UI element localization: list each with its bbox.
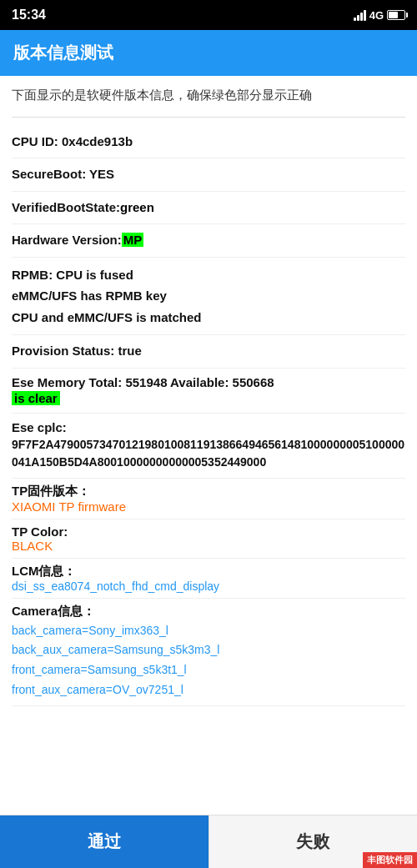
camera-label: Camera信息： xyxy=(12,604,405,620)
rpmb-row: RPMB: CPU is fused eMMC/UFS has RPMB key… xyxy=(12,258,405,336)
signal-icon xyxy=(354,10,366,21)
camera-line4: front_aux_camera=OV_ov7251_l xyxy=(12,680,405,700)
rpmb-line3: CPU and eMMC/UFS is matched xyxy=(12,307,405,329)
camera-values: back_camera=Sony_imx363_l back_aux_camer… xyxy=(12,621,405,700)
camera-line1: back_camera=Sony_imx363_l xyxy=(12,621,405,641)
intro-text: 下面显示的是软硬件版本信息，确保绿色部分显示正确 xyxy=(12,86,405,105)
hardware-version-label: Hardware Version: xyxy=(12,233,122,247)
camera-line2: back_aux_camera=Samsung_s5k3m3_l xyxy=(12,640,405,660)
provision-label: Provision Status: true xyxy=(12,344,142,358)
verified-boot-label: VerifiedBootState: xyxy=(12,200,120,214)
status-icons: 4G xyxy=(354,9,405,22)
rpmb-line2: eMMC/UFS has RPMB key xyxy=(12,285,405,307)
verified-boot-value: green xyxy=(120,200,154,214)
ese-mem-label: Ese Memory Total: 551948 Available: 5506… xyxy=(12,375,405,389)
cpu-id-label: CPU ID: 0x4cde913b xyxy=(12,134,133,148)
bottom-bar: 通过 失败 丰图软件园 xyxy=(0,815,417,868)
network-type: 4G xyxy=(369,9,384,22)
pass-button[interactable]: 通过 xyxy=(0,815,208,868)
fail-label: 失败 xyxy=(296,832,329,850)
watermark: 丰图软件园 xyxy=(363,852,417,868)
hardware-version-value: MP xyxy=(122,233,144,247)
content-area: 下面显示的是软硬件版本信息，确保绿色部分显示正确 CPU ID: 0x4cde9… xyxy=(0,76,417,860)
fail-button[interactable]: 失败 丰图软件园 xyxy=(208,815,418,868)
camera-line3: front_camera=Samsung_s5k3t1_l xyxy=(12,660,405,680)
app-title: 版本信息测试 xyxy=(13,43,113,62)
ese-cplc-value: 9F7F2A4790057347012198010081191386649465… xyxy=(12,436,405,471)
ese-mem-value: is clear xyxy=(12,391,60,405)
status-bar: 15:34 4G xyxy=(0,0,417,30)
lcm-value: dsi_ss_ea8074_notch_fhd_cmd_display xyxy=(12,580,405,593)
tp-firmware-value: XIAOMI TP firmware xyxy=(12,499,405,514)
battery-icon xyxy=(387,10,405,20)
provision-row: Provision Status: true xyxy=(12,335,405,369)
tp-firmware-section: TP固件版本： XIAOMI TP firmware xyxy=(12,479,405,519)
divider-1 xyxy=(12,117,405,118)
lcm-section: LCM信息： dsi_ss_ea8074_notch_fhd_cmd_displ… xyxy=(12,559,405,599)
secure-boot-label: SecureBoot: YES xyxy=(12,167,114,181)
hardware-version-row: Hardware Version:MP xyxy=(12,224,405,258)
camera-section: Camera信息： back_camera=Sony_imx363_l back… xyxy=(12,599,405,706)
secure-boot-row: SecureBoot: YES xyxy=(12,158,405,192)
app-header: 版本信息测试 xyxy=(0,30,417,76)
tp-color-value: BLACK xyxy=(12,539,405,553)
tp-color-label: TP Color: xyxy=(12,524,405,539)
ese-cplc-label: Ese cplc: xyxy=(12,420,405,434)
status-time: 15:34 xyxy=(12,8,46,23)
lcm-label: LCM信息： xyxy=(12,564,405,580)
tp-color-section: TP Color: BLACK xyxy=(12,519,405,559)
ese-cplc-block: Ese cplc: 9F7F2A479005734701219801008119… xyxy=(12,414,405,479)
rpmb-line1: RPMB: CPU is fused xyxy=(12,264,405,286)
tp-firmware-label: TP固件版本： xyxy=(12,484,405,499)
verified-boot-row: VerifiedBootState:green xyxy=(12,192,405,225)
cpu-id-row: CPU ID: 0x4cde913b xyxy=(12,126,405,159)
ese-memory-block: Ese Memory Total: 551948 Available: 5506… xyxy=(12,369,405,414)
